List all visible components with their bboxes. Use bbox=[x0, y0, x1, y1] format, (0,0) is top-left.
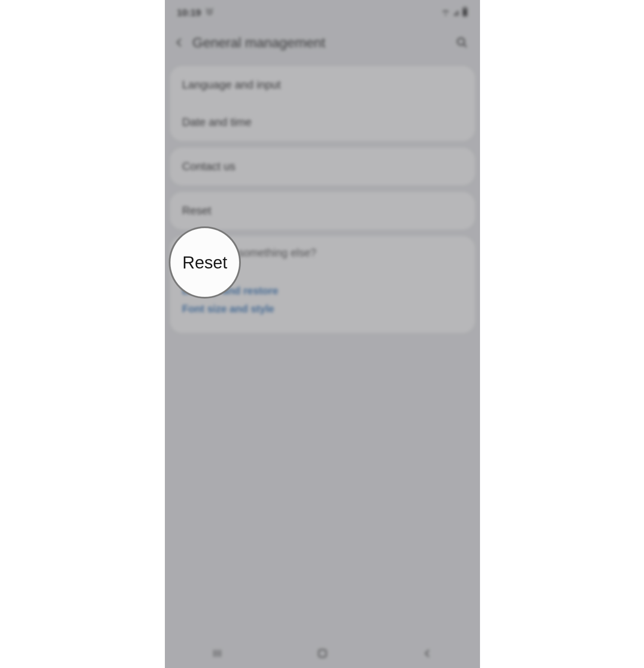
home-button[interactable] bbox=[315, 646, 330, 661]
item-reset[interactable]: Reset bbox=[170, 192, 475, 229]
search-button[interactable] bbox=[452, 32, 472, 53]
battery-icon bbox=[462, 6, 468, 19]
link-font-size-style[interactable]: Font size and style bbox=[182, 303, 463, 315]
item-date-and-time[interactable]: Date and time bbox=[170, 104, 475, 141]
settings-card-2: Contact us bbox=[170, 148, 475, 185]
signal-icon: ⊿ bbox=[453, 8, 459, 18]
back-button[interactable] bbox=[169, 32, 190, 53]
item-contact-us[interactable]: Contact us bbox=[170, 148, 475, 185]
nav-back-button[interactable] bbox=[420, 646, 435, 661]
app-bar: General management bbox=[165, 26, 480, 59]
callout-highlight-reset: Reset bbox=[169, 226, 241, 299]
item-language-and-input[interactable]: Language and input bbox=[170, 66, 475, 104]
wifi-icon bbox=[441, 7, 450, 19]
recents-button[interactable] bbox=[210, 646, 225, 661]
phone-screen: 10:19 ⊿ General management bbox=[165, 0, 480, 668]
svg-rect-8 bbox=[319, 650, 326, 657]
blurred-background: 10:19 ⊿ General management bbox=[165, 0, 480, 668]
status-bar: 10:19 ⊿ bbox=[165, 0, 480, 26]
svg-point-4 bbox=[458, 38, 465, 45]
settings-card-3: Reset bbox=[170, 192, 475, 229]
svg-rect-3 bbox=[464, 9, 467, 15]
callout-label: Reset bbox=[182, 253, 228, 272]
svg-rect-2 bbox=[464, 7, 466, 8]
nav-bar bbox=[165, 639, 480, 668]
page-title: General management bbox=[192, 35, 452, 51]
status-time: 10:19 bbox=[177, 7, 201, 18]
alarm-icon bbox=[205, 7, 214, 18]
settings-card-1: Language and input Date and time bbox=[170, 66, 475, 141]
